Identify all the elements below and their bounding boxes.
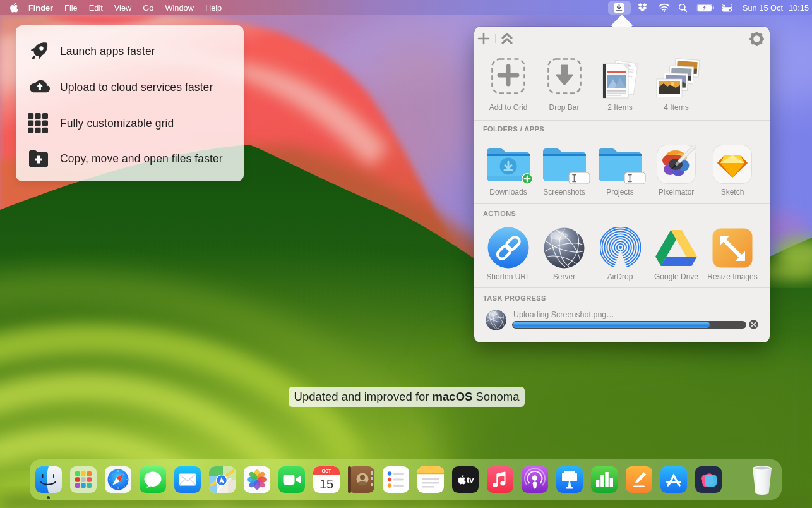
svg-text:15: 15 [319, 477, 333, 491]
svg-text:tv: tv [467, 475, 474, 485]
svg-text:OCT: OCT [322, 469, 332, 473]
